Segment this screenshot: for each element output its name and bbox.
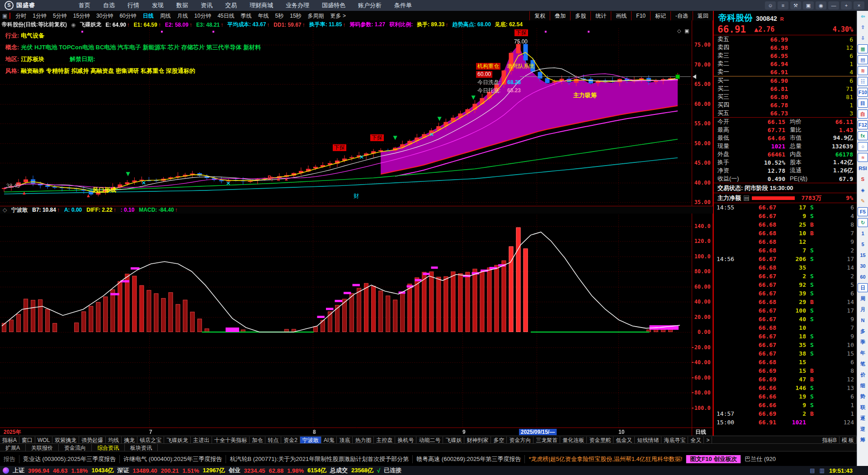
tick-row[interactable]: 66.6947B12 <box>714 375 857 384</box>
news-item-8[interactable]: 巴兰仕 (920 <box>741 455 779 463</box>
strip-icon-36[interactable]: 联 <box>858 402 868 413</box>
strip-icon-20[interactable]: 1 <box>858 228 868 239</box>
ask-row-1[interactable]: 卖一66.914 <box>714 68 857 76</box>
strip-icon-30[interactable]: 季 <box>858 337 868 347</box>
tick-row[interactable]: 66.6735S10 <box>714 341 857 349</box>
main-chart-canvas[interactable] <box>0 20 713 436</box>
strip-icon-10[interactable]: F12 <box>858 120 868 129</box>
period-tab-分时[interactable]: 分时 <box>12 11 29 20</box>
indicator-tab-窗口[interactable]: 窗口 <box>19 437 35 444</box>
indicator-pane-header[interactable]: ◇宁波敢B7: 10.84↑A: 0.00DIFF: 2.22↑: 0.10MA… <box>0 206 713 214</box>
menu-item-12[interactable]: 条件单 <box>388 0 418 11</box>
strip-icon-23[interactable]: 30 <box>858 261 868 271</box>
strip-icon-24[interactable]: 60 <box>858 271 868 282</box>
indicator-tab-顶底[interactable]: 顶底 <box>337 437 353 444</box>
tick-row[interactable]: 66.6825B8 <box>714 220 857 229</box>
indicator-tab-量化连板[interactable]: 量化连板 <box>560 437 587 444</box>
bid-row-5[interactable]: 买五66.733 <box>714 109 857 117</box>
indicator-tab-飞碟妖[interactable]: 飞碟妖 <box>443 437 464 444</box>
strip-icon-29[interactable]: 多 <box>858 326 868 337</box>
news-item-5[interactable]: 赣粤高速 (600269):2025年第三季度报告 <box>412 455 524 463</box>
strip-icon-4[interactable]: ▤ <box>858 55 868 64</box>
menu-item-5[interactable]: 数据 <box>170 0 194 11</box>
menu-item-1[interactable]: 首页 <box>72 0 97 11</box>
indicator-tab-指标A[interactable]: 指标A <box>0 437 19 444</box>
strip-icon-7[interactable]: F10 <box>858 88 868 97</box>
news-item-2[interactable]: 竞业达 (003005):2025年三季度报告 <box>19 455 119 463</box>
strip-icon-11[interactable]: fx <box>858 131 868 140</box>
tool-叠加[interactable]: 叠加 <box>550 11 570 20</box>
ask-row-4[interactable]: 卖四66.9812 <box>714 43 857 52</box>
strip-icon-1[interactable]: ⇧ <box>858 22 868 33</box>
menu-item-6[interactable]: 资讯 <box>194 0 219 11</box>
tick-row[interactable]: 66.6738S15 <box>714 349 857 358</box>
strip-icon-28[interactable]: N <box>858 315 868 326</box>
indicator-tab-资金里舵[interactable]: 资金里舵 <box>587 437 613 444</box>
period-tab-15秒[interactable]: 15秒 <box>287 11 304 20</box>
indicator-tab-镇店之宝[interactable]: 镇店之宝 <box>137 437 164 444</box>
tick-row[interactable]: 14:5766.692B1 <box>714 409 857 418</box>
ask-row-3[interactable]: 卖三66.956 <box>714 52 857 60</box>
strip-icon-38[interactable]: 逆 <box>858 423 868 434</box>
ask-row-2[interactable]: 卖二66.941 <box>714 60 857 68</box>
menu-item-3[interactable]: 行情 <box>121 0 146 11</box>
period-tab-15分钟[interactable]: 15分钟 <box>70 11 93 20</box>
period-tab-5秒[interactable]: 5秒 <box>272 11 287 20</box>
indicator-tab-转点[interactable]: 转点 <box>265 437 281 444</box>
indicator-tab-多空[interactable]: 多空 <box>491 437 507 444</box>
tick-row[interactable]: 66.683514 <box>714 263 857 272</box>
strip-icon-18[interactable]: F5 <box>858 207 868 216</box>
strip-icon-27[interactable]: 月 <box>858 304 868 315</box>
period-tab-多周期[interactable]: 多周期 <box>305 11 327 20</box>
period-tab-30分钟[interactable]: 30分钟 <box>93 11 116 20</box>
indicator-tab-均线[interactable]: 均线 <box>106 437 122 444</box>
strip-icon-39[interactable]: 筹 <box>858 434 868 445</box>
news-item-6[interactable]: *龙虎榜|超5亿资金拿险恒宝股份,温州帮1.4亿狂甩科华数据! <box>524 455 686 463</box>
tick-row[interactable]: 66.679S4 <box>714 212 857 220</box>
tool-标记[interactable]: 标记 <box>650 11 670 20</box>
period-tab-10分钟[interactable]: 10分钟 <box>191 11 214 20</box>
indicator-tab-动能二号[interactable]: 动能二号 <box>416 437 443 444</box>
strip-icon-12[interactable]: ○ <box>858 142 868 151</box>
tick-row[interactable]: 66.6792S5 <box>714 280 857 289</box>
ext-tab-资金流向[interactable]: 资金流向 <box>59 444 92 451</box>
ask-row-5[interactable]: 卖五66.996 <box>714 35 857 43</box>
main-flow-row[interactable]: 主力净额▤7783万9% <box>714 193 857 203</box>
market-icon[interactable] <box>3 467 9 474</box>
news-item-4[interactable]: 杭汽轮B (200771):关于为2021年限制性股票激励计划首次授予部分第 <box>226 455 412 463</box>
strip-icon-13[interactable]: ≈ <box>858 153 868 162</box>
strip-icon-31[interactable]: 年 <box>858 347 868 358</box>
tool-多股[interactable]: 多股 <box>570 11 590 20</box>
news-item-3[interactable]: 许继电气 (000400):2025年三季度报告 <box>119 455 226 463</box>
tools-icon[interactable]: ⚒ <box>790 1 801 10</box>
ext-tab-板块资讯[interactable]: 板块资讯 <box>125 444 158 451</box>
menu-item-7[interactable]: 交易 <box>219 0 243 11</box>
tick-row[interactable]: 66.6619S6 <box>714 392 857 401</box>
status-icon-1[interactable]: ▥ <box>820 467 825 474</box>
period-tab-日线[interactable]: 日线 <box>140 11 157 20</box>
indicator-tab-WOL[interactable]: WOL <box>35 437 52 444</box>
bid-row-3[interactable]: 买三66.8081 <box>714 93 857 101</box>
indicator-tab-宁波敢[interactable]: 宁波敢 <box>300 437 321 444</box>
strip-icon-19[interactable]: ↻ <box>858 218 868 227</box>
strip-icon-6[interactable]: ☷ <box>858 77 868 86</box>
indicator-tab-主进出[interactable]: 主进出 <box>191 437 212 444</box>
tick-row[interactable]: 66.687S2 <box>714 246 857 255</box>
tick-row[interactable]: 66.66146S13 <box>714 384 857 392</box>
tick-row[interactable]: 66.669S1 <box>714 401 857 409</box>
tick-row[interactable]: 66.6739S6 <box>714 289 857 298</box>
tick-row[interactable]: 66.68107 <box>714 323 857 332</box>
tool-返回[interactable]: 返回 <box>693 11 713 20</box>
menu-item-8[interactable]: 理财商城 <box>243 0 279 11</box>
strip-icon-15[interactable]: S <box>858 174 868 185</box>
tick-row[interactable]: 14:5666.67206S17 <box>714 255 857 263</box>
tool--自选[interactable]: -自选 <box>670 11 693 20</box>
indicator-tab-财神到家[interactable]: 财神到家 <box>464 437 491 444</box>
skin-icon[interactable]: ◉ <box>816 1 826 10</box>
strip-icon-37[interactable]: 逐 <box>858 413 868 423</box>
ext-tab-综合资讯[interactable]: 综合资讯 <box>92 444 125 451</box>
menu-item-2[interactable]: 自选 <box>97 0 121 11</box>
tick-row[interactable]: 66.68129 <box>714 238 857 246</box>
menu-item-10[interactable]: 国盛特色 <box>316 0 352 11</box>
strip-icon-32[interactable]: 笔 <box>858 358 868 369</box>
